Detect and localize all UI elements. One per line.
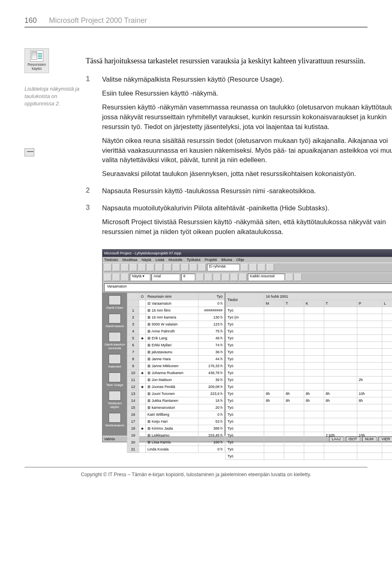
underline-button[interactable] <box>214 274 221 281</box>
table-row[interactable]: 7⊞ jalustavaunu36 h <box>127 348 225 355</box>
day-header[interactable]: M <box>264 300 284 307</box>
viewbar-item[interactable]: Kalenteri <box>103 353 126 369</box>
grid-area[interactable]: O Resurssin nimi Työ ⊟ Varaamaton0 h1⊞ 1… <box>127 293 392 436</box>
timescale-row[interactable]: Työ <box>226 453 392 459</box>
day-header[interactable]: T <box>284 300 304 307</box>
timescale-row[interactable]: Työ8h8h8h8h8h <box>226 397 392 404</box>
timescale-row[interactable]: Työ <box>226 321 392 328</box>
table-row[interactable]: 14⊞ Jukka Rantanen18 h <box>127 397 225 404</box>
toolbar-button[interactable] <box>130 264 137 271</box>
table-row[interactable]: 6⊞ Erkki Myllari74 h <box>127 341 225 348</box>
viewbar-item[interactable]: Tehtävien käyttö <box>103 390 126 410</box>
font-select[interactable]: Arial <box>151 274 180 281</box>
table-row[interactable]: 12◈⊞ Joonas Perälä209,08 h <box>127 383 225 390</box>
table-row[interactable]: 4⊞ Anne Palnroth75 h <box>127 328 225 334</box>
toolbar-button[interactable] <box>147 264 154 271</box>
timescale-row[interactable]: Työ <box>226 348 392 355</box>
size-select[interactable]: 8 <box>181 274 195 281</box>
viewbar-item[interactable]: Gantt-kaavio <box>103 313 126 329</box>
menu-item[interactable]: Työkalut <box>187 258 200 262</box>
toolbar-button[interactable] <box>231 274 238 281</box>
timescale-row[interactable]: Työ (m <box>226 314 392 321</box>
timescale-row[interactable]: Työ <box>226 369 392 376</box>
standard-toolbar[interactable]: Ei ryhmää <box>102 263 392 272</box>
timescale-row[interactable]: Työ <box>226 328 392 334</box>
toolbar-button[interactable] <box>222 274 229 281</box>
col-header[interactable]: Tiedot <box>226 293 264 307</box>
toolbar-button[interactable] <box>113 274 120 281</box>
table-row[interactable]: 15⊞ kameranosturi20 h <box>127 404 225 411</box>
timescale-row[interactable]: Työ <box>226 404 392 411</box>
toolbar-button[interactable] <box>113 264 120 271</box>
timescale-row[interactable]: Työ <box>226 418 392 425</box>
group-select[interactable]: Ei ryhmää <box>207 264 240 271</box>
toolbar-button[interactable] <box>190 264 197 271</box>
timescale-grid[interactable]: Tiedot 16 huhti 2001 M T K T P <box>225 293 392 436</box>
toolbar-button[interactable] <box>164 264 172 271</box>
show-select[interactable]: Näytä ▾ <box>130 274 150 281</box>
table-row[interactable]: 19⊞ Leikkaamo153,45 h <box>127 432 225 439</box>
view-bar[interactable]: Gantt Chart Gantt-kaavio Gantt-kaavion s… <box>102 293 127 436</box>
formula-input[interactable]: Varaamaton <box>104 283 392 292</box>
menu-item[interactable]: Muokkaa <box>122 258 138 262</box>
toolbar-button[interactable] <box>138 264 146 271</box>
table-row[interactable]: 17⊞ Keijo Hari53 h <box>127 418 225 425</box>
timescale-row[interactable]: Työ2h <box>226 376 392 383</box>
day-header[interactable]: K <box>304 300 324 307</box>
menu-item[interactable]: Lisää <box>156 258 165 262</box>
timescale-row[interactable]: Työ <box>226 425 392 432</box>
menu-item[interactable]: Tiedosto <box>104 258 118 262</box>
toolbar-button[interactable] <box>286 274 293 281</box>
viewbar-item[interactable]: Gantt-kaavion seuranta <box>103 331 126 351</box>
filter-select[interactable]: Kaikki resurssit <box>248 274 285 281</box>
viewbar-item[interactable]: Verkkokaavio <box>103 412 126 428</box>
col-header[interactable] <box>127 293 139 300</box>
menu-item[interactable]: Näytä <box>142 258 151 262</box>
toolbar-button[interactable] <box>249 264 257 271</box>
timescale-row[interactable]: Työ <box>226 341 392 348</box>
timescale-row[interactable]: Työ8h8h8h8h10h <box>226 390 392 397</box>
toolbar-button[interactable] <box>121 274 129 281</box>
menu-item[interactable]: Projekti <box>205 258 217 262</box>
toolbar-button[interactable] <box>198 264 206 271</box>
table-row[interactable]: 8⊞ Janne Hara44 h <box>127 355 225 362</box>
toolbar-button[interactable] <box>156 264 163 271</box>
timescale-row[interactable]: Työ <box>226 383 392 390</box>
toolbar-button[interactable] <box>267 264 274 271</box>
timescale-row[interactable]: Työ <box>226 446 392 453</box>
toolbar-button[interactable] <box>181 264 189 271</box>
col-header[interactable]: O <box>139 293 146 300</box>
italic-button[interactable] <box>205 274 212 281</box>
table-row[interactable]: 9⊞ Janne Mikkonen176,33 h <box>127 362 225 369</box>
toolbar-button[interactable] <box>258 264 265 271</box>
table-row[interactable]: 2⊞ 16 mm kamera130 h <box>127 314 225 321</box>
timescale-row[interactable]: Työ <box>226 362 392 369</box>
table-row[interactable]: 20⊞ Liisa Karnis160 h <box>127 439 225 446</box>
bold-button[interactable] <box>196 274 204 281</box>
resource-table[interactable]: O Resurssin nimi Työ ⊟ Varaamaton0 h1⊞ 1… <box>127 293 225 436</box>
timescale-header[interactable]: 16 huhti 2001 <box>264 293 392 300</box>
table-row[interactable]: 10◈⊞ Johanna Ruskanen438,78 h <box>127 369 225 376</box>
toolbar-button[interactable] <box>104 274 111 281</box>
timescale-row[interactable]: Työ <box>226 411 392 418</box>
table-row[interactable]: 18◈⊞ Kimmo Jaala388 h <box>127 425 225 432</box>
menu-item[interactable]: Ikkuna <box>221 258 232 262</box>
col-header[interactable]: Resurssin nimi <box>146 293 198 300</box>
menubar[interactable]: Tiedosto Muokkaa Näytä Lisää Muotoile Ty… <box>102 257 392 263</box>
col-header[interactable]: Työ <box>198 293 225 300</box>
timescale-row[interactable]: Työ <box>226 307 392 314</box>
toolbar-button[interactable] <box>239 274 247 281</box>
menu-item[interactable]: Muotoile <box>169 258 183 262</box>
toolbar-button[interactable] <box>173 264 180 271</box>
day-header[interactable]: T <box>324 300 357 307</box>
toolbar-button[interactable] <box>121 264 129 271</box>
table-row[interactable]: 5◈⊞ Erik Lang48 h <box>127 334 225 341</box>
toolbar-button[interactable] <box>241 264 248 271</box>
table-row[interactable]: ⊟ Varaamaton0 h <box>127 300 225 307</box>
table-row[interactable]: 11⊞ Jon Mattson39 h <box>127 376 225 383</box>
formula-bar[interactable]: Varaamaton <box>102 282 392 293</box>
menu-item[interactable]: Ohje <box>236 258 244 262</box>
table-row[interactable]: 21 Linda Kovala0 h <box>127 446 225 453</box>
day-header[interactable]: L <box>382 300 392 307</box>
timescale-row[interactable]: Työ <box>226 355 392 362</box>
